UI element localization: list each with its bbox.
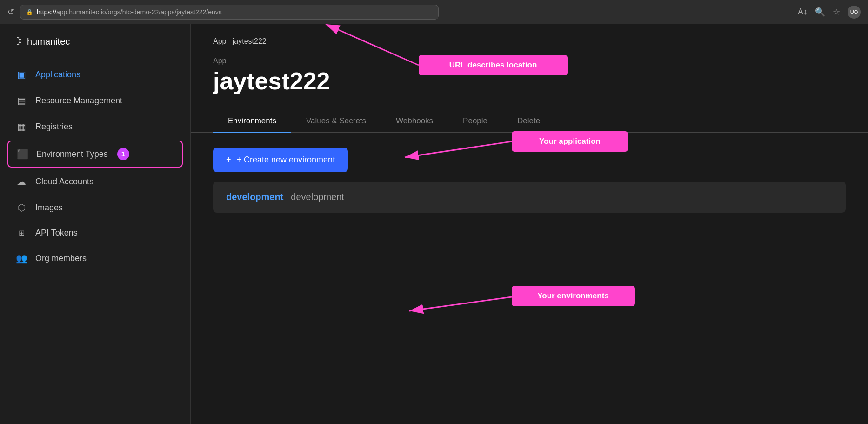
lock-icon: 🔒 xyxy=(26,9,33,15)
tab-values-secrets[interactable]: Values & Secrets xyxy=(291,110,381,132)
environment-name-link[interactable]: development xyxy=(226,192,283,202)
create-environment-label: + Create new environment xyxy=(237,155,335,165)
sidebar-item-registries[interactable]: ▦ Registries xyxy=(7,114,183,139)
tab-people[interactable]: People xyxy=(448,110,502,132)
sidebar-item-org-members[interactable]: 👥 Org members xyxy=(7,246,183,270)
sidebar-item-cloud-accounts[interactable]: ☁ Cloud Accounts xyxy=(7,169,183,194)
user-avatar[interactable]: UO xyxy=(848,6,861,19)
cloud-accounts-icon: ☁ xyxy=(15,176,28,187)
images-label: Images xyxy=(35,203,63,213)
browser-actions: A↕ 🔍 ☆ UO xyxy=(798,6,861,19)
environment-types-label: Environment Types xyxy=(36,149,108,159)
sidebar-item-applications[interactable]: ▣ Applications xyxy=(7,62,183,87)
url-text: https://app.humanitec.io/orgs/htc-demo-2… xyxy=(37,8,222,16)
environment-types-icon: ⬛ xyxy=(16,148,29,160)
applications-icon: ▣ xyxy=(15,69,28,80)
breadcrumb-app-name: jaytest222 xyxy=(233,37,267,45)
resource-management-icon: ▤ xyxy=(15,95,28,106)
breadcrumb: App jaytest222 xyxy=(191,24,868,53)
url-bar[interactable]: 🔒 https://app.humanitec.io/orgs/htc-demo… xyxy=(20,5,439,20)
cloud-accounts-label: Cloud Accounts xyxy=(35,177,93,187)
applications-label: Applications xyxy=(35,70,80,80)
app-title: jaytest222 xyxy=(213,67,846,95)
tabs-bar: Environments Values & Secrets Webhooks P… xyxy=(191,110,868,133)
org-members-label: Org members xyxy=(35,254,87,263)
app-label: App xyxy=(213,57,846,65)
resource-management-label: Resource Management xyxy=(35,96,122,106)
star-icon[interactable]: ☆ xyxy=(833,7,840,17)
sidebar-item-images[interactable]: ⬡ Images xyxy=(7,195,183,220)
tab-environments[interactable]: Environments xyxy=(213,110,291,132)
browser-chrome: ↺ 🔒 https://app.humanitec.io/orgs/htc-de… xyxy=(0,0,868,24)
org-members-icon: 👥 xyxy=(15,253,28,264)
registries-icon: ▦ xyxy=(15,121,28,132)
app-title-section: App jaytest222 xyxy=(191,53,868,110)
environment-name-secondary: development xyxy=(291,192,344,202)
sidebar-item-api-tokens[interactable]: ⊞ API Tokens xyxy=(7,222,183,244)
api-tokens-icon: ⊞ xyxy=(15,229,28,237)
humanitec-logo-icon: ☽ xyxy=(13,35,22,47)
sidebar: ☽ humanitec ▣ Applications ▤ Resource Ma… xyxy=(0,24,191,424)
create-environment-button[interactable]: + + Create new environment xyxy=(213,148,348,172)
logo-text: humanitec xyxy=(27,36,70,47)
sidebar-item-resource-management[interactable]: ▤ Resource Management xyxy=(7,88,183,113)
environment-types-badge: 1 xyxy=(117,148,129,160)
plus-icon: + xyxy=(226,155,231,165)
zoom-icon[interactable]: 🔍 xyxy=(815,7,825,17)
images-icon: ⬡ xyxy=(15,202,28,213)
main-content: App jaytest222 App jaytest222 Environmen… xyxy=(191,24,868,424)
registries-label: Registries xyxy=(35,122,73,132)
api-tokens-label: API Tokens xyxy=(35,228,78,238)
sidebar-item-environment-types[interactable]: ⬛ Environment Types 1 xyxy=(7,141,183,168)
tab-delete[interactable]: Delete xyxy=(502,110,555,132)
breadcrumb-prefix: App xyxy=(213,37,226,45)
content-area: + + Create new environment development d… xyxy=(191,133,868,424)
tab-webhooks[interactable]: Webhooks xyxy=(381,110,448,132)
sidebar-logo: ☽ humanitec xyxy=(0,35,190,62)
font-size-icon[interactable]: A↕ xyxy=(798,7,808,17)
environment-row[interactable]: development development xyxy=(213,182,846,213)
refresh-icon[interactable]: ↺ xyxy=(7,7,14,17)
app-layout: ☽ humanitec ▣ Applications ▤ Resource Ma… xyxy=(0,24,868,424)
sidebar-navigation: ▣ Applications ▤ Resource Management ▦ R… xyxy=(0,62,190,270)
